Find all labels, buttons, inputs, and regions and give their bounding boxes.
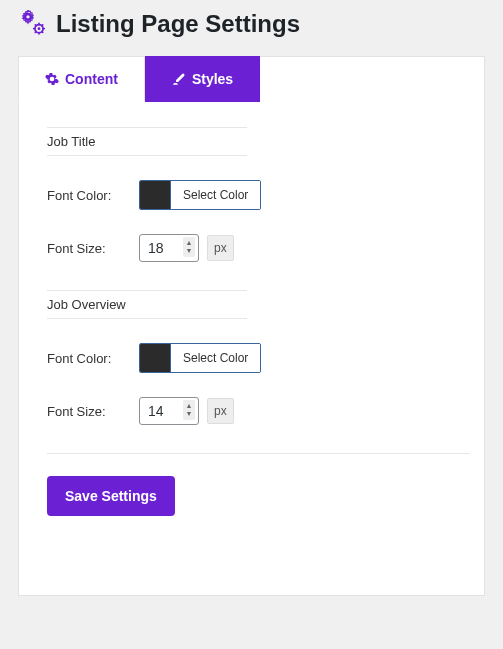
section-heading-job-title: Job Title — [47, 127, 247, 156]
tabs: Content Styles — [18, 56, 260, 102]
tab-content-label: Content — [65, 71, 118, 87]
brush-icon — [172, 72, 186, 86]
section-job-overview: Job Overview Font Color: Select Color Fo… — [47, 290, 470, 425]
number-spinner[interactable]: ▲ ▼ — [183, 400, 195, 420]
section-heading-job-overview: Job Overview — [47, 290, 247, 319]
label-font-size: Font Size: — [47, 404, 139, 419]
row-job-title-font-color: Font Color: Select Color — [47, 180, 470, 210]
select-color-button[interactable]: Select Color — [170, 181, 260, 209]
row-job-title-font-size: Font Size: ▲ ▼ px — [47, 234, 470, 262]
color-picker-job-title[interactable]: Select Color — [139, 180, 261, 210]
row-job-overview-font-color: Font Color: Select Color — [47, 343, 470, 373]
page-title: Listing Page Settings — [56, 10, 300, 38]
gears-icon — [18, 10, 46, 38]
label-font-size: Font Size: — [47, 241, 139, 256]
gear-icon — [45, 72, 59, 86]
svg-point-1 — [38, 27, 41, 30]
unit-label: px — [207, 235, 234, 261]
chevron-up-icon[interactable]: ▲ — [186, 402, 193, 410]
unit-label: px — [207, 398, 234, 424]
chevron-down-icon[interactable]: ▼ — [186, 410, 193, 418]
section-job-title: Job Title Font Color: Select Color Font … — [47, 127, 470, 262]
save-button[interactable]: Save Settings — [47, 476, 175, 516]
font-size-input-wrap: ▲ ▼ — [139, 397, 199, 425]
tab-styles-label: Styles — [192, 71, 233, 87]
label-font-color: Font Color: — [47, 188, 139, 203]
panel-body: Job Title Font Color: Select Color Font … — [19, 57, 484, 538]
select-color-button[interactable]: Select Color — [170, 344, 260, 372]
divider — [47, 453, 470, 454]
page-header: Listing Page Settings — [18, 10, 485, 38]
font-size-input-wrap: ▲ ▼ — [139, 234, 199, 262]
color-picker-job-overview[interactable]: Select Color — [139, 343, 261, 373]
number-spinner[interactable]: ▲ ▼ — [183, 237, 195, 257]
chevron-down-icon[interactable]: ▼ — [186, 247, 193, 255]
tab-styles[interactable]: Styles — [145, 56, 260, 102]
row-job-overview-font-size: Font Size: ▲ ▼ px — [47, 397, 470, 425]
chevron-up-icon[interactable]: ▲ — [186, 239, 193, 247]
tab-content[interactable]: Content — [18, 56, 145, 102]
label-font-color: Font Color: — [47, 351, 139, 366]
settings-panel: Content Styles Job Title Font Color: — [18, 56, 485, 596]
color-swatch — [140, 181, 170, 209]
color-swatch — [140, 344, 170, 372]
